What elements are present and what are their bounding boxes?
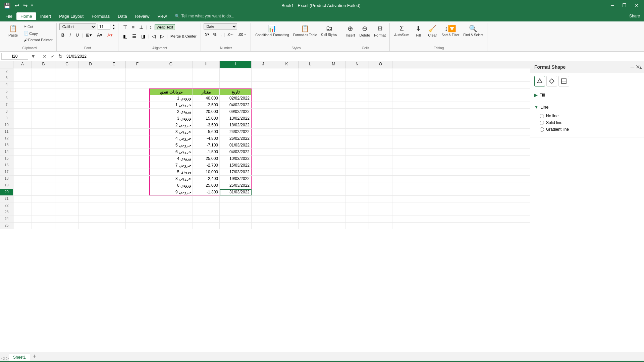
cell-H2[interactable]: [193, 68, 220, 75]
cell-F9[interactable]: [126, 115, 149, 122]
cell-D6[interactable]: [79, 95, 102, 102]
cell-G9[interactable]: ورودي 3: [149, 115, 193, 122]
cell-G17[interactable]: ورودي 5: [149, 169, 193, 175]
cell-N7[interactable]: [345, 102, 369, 108]
cell-B15[interactable]: [32, 156, 55, 162]
cell-M15[interactable]: [322, 156, 345, 162]
cell-J5[interactable]: [252, 88, 275, 95]
cell-J7[interactable]: [252, 102, 275, 108]
cell-E13[interactable]: [102, 142, 126, 148]
cell-K4[interactable]: [275, 82, 299, 88]
cell-L16[interactable]: [299, 162, 322, 169]
comma-button[interactable]: ,: [219, 32, 223, 38]
col-header-J[interactable]: J: [252, 61, 275, 68]
cell-L15[interactable]: [299, 156, 322, 162]
sort-filter-button[interactable]: ↕🔽 Sort & Filter: [440, 23, 461, 38]
cell-F20[interactable]: [126, 189, 149, 195]
cell-I18[interactable]: 19/03/2022: [220, 176, 252, 182]
cell-B19[interactable]: [32, 182, 55, 189]
col-header-F[interactable]: F: [126, 61, 149, 68]
cell-A19[interactable]: [13, 182, 32, 189]
cell-K18[interactable]: [275, 176, 299, 182]
increase-indent-button[interactable]: ▷: [158, 33, 166, 40]
col-header-A[interactable]: A: [13, 61, 32, 68]
cell-I12[interactable]: 26/02/2022: [220, 135, 252, 142]
cell-D20[interactable]: [79, 189, 102, 195]
cell-F6[interactable]: [126, 95, 149, 102]
cell-F17[interactable]: [126, 169, 149, 175]
cell-K11[interactable]: [275, 129, 299, 135]
cell-G11[interactable]: خروجي 3: [149, 129, 193, 135]
cell-H21[interactable]: [193, 196, 220, 202]
cell-D12[interactable]: [79, 135, 102, 142]
fill-button[interactable]: ⬇ Fill: [412, 23, 425, 38]
cell-L14[interactable]: [299, 149, 322, 155]
cell-O4[interactable]: [369, 82, 392, 88]
cell-I16[interactable]: 15/03/2022: [220, 162, 252, 169]
cell-G13[interactable]: خروجي 5: [149, 142, 193, 148]
cell-D25[interactable]: [79, 223, 102, 229]
merge-center-button[interactable]: Merge & Center: [168, 33, 199, 39]
row-number[interactable]: 3: [0, 75, 13, 81]
paste-button[interactable]: 📋 Paste: [5, 23, 21, 43]
cell-C16[interactable]: [55, 162, 79, 169]
cell-C10[interactable]: [55, 122, 79, 128]
cell-D3[interactable]: [79, 75, 102, 81]
cell-A24[interactable]: [13, 216, 32, 222]
cell-M11[interactable]: [322, 129, 345, 135]
row-number[interactable]: 22: [0, 202, 13, 209]
cell-C14[interactable]: [55, 149, 79, 155]
cell-O9[interactable]: [369, 115, 392, 122]
cell-A4[interactable]: [13, 82, 32, 88]
cell-B6[interactable]: [32, 95, 55, 102]
cell-K25[interactable]: [275, 223, 299, 229]
cell-L4[interactable]: [299, 82, 322, 88]
col-header-B[interactable]: B: [32, 61, 55, 68]
cell-E23[interactable]: [102, 209, 126, 216]
cell-O15[interactable]: [369, 156, 392, 162]
cell-M23[interactable]: [322, 209, 345, 216]
cell-I21[interactable]: [220, 196, 252, 202]
cell-M10[interactable]: [322, 122, 345, 128]
cell-K2[interactable]: [275, 68, 299, 75]
cell-M14[interactable]: [322, 149, 345, 155]
cell-O3[interactable]: [369, 75, 392, 81]
cell-M9[interactable]: [322, 115, 345, 122]
cell-B9[interactable]: [32, 115, 55, 122]
cell-D4[interactable]: [79, 82, 102, 88]
cell-G4[interactable]: [149, 82, 193, 88]
cell-N20[interactable]: [345, 189, 369, 195]
cell-B10[interactable]: [32, 122, 55, 128]
cell-N6[interactable]: [345, 95, 369, 102]
cell-O20[interactable]: [369, 189, 392, 195]
cell-I2[interactable]: [220, 68, 252, 75]
cancel-formula-button[interactable]: ✕: [41, 53, 48, 60]
cell-B11[interactable]: [32, 129, 55, 135]
cell-L10[interactable]: [299, 122, 322, 128]
minimize-button[interactable]: ─: [608, 2, 617, 9]
cell-L9[interactable]: [299, 115, 322, 122]
cell-N17[interactable]: [345, 169, 369, 175]
cell-M16[interactable]: [322, 162, 345, 169]
cell-A14[interactable]: [13, 149, 32, 155]
cell-M12[interactable]: [322, 135, 345, 142]
cell-H13[interactable]: -7,100: [193, 142, 220, 148]
col-header-G[interactable]: G: [149, 61, 193, 68]
cell-J25[interactable]: [252, 223, 275, 229]
clear-button[interactable]: 🧹 Clear: [426, 23, 439, 38]
cell-B21[interactable]: [32, 196, 55, 202]
cell-J24[interactable]: [252, 216, 275, 222]
cell-E18[interactable]: [102, 176, 126, 182]
cell-B24[interactable]: [32, 216, 55, 222]
col-header-M[interactable]: M: [322, 61, 345, 68]
col-header-E[interactable]: E: [102, 61, 126, 68]
cell-N11[interactable]: [345, 129, 369, 135]
cell-N15[interactable]: [345, 156, 369, 162]
cell-J16[interactable]: [252, 162, 275, 169]
cell-E20[interactable]: [102, 189, 126, 195]
menu-page-layout[interactable]: Page Layout: [55, 12, 88, 20]
row-number[interactable]: 7: [0, 102, 13, 108]
cell-H7[interactable]: -2,500: [193, 102, 220, 108]
cell-I15[interactable]: 10/03/2022: [220, 156, 252, 162]
cell-J8[interactable]: [252, 109, 275, 115]
